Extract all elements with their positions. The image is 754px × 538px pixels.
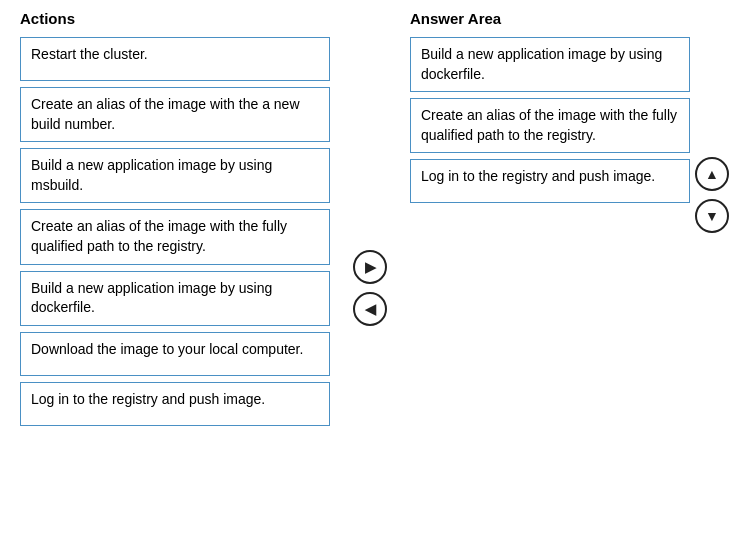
actions-list: Restart the cluster.Create an alias of t… <box>20 37 330 426</box>
answer-item[interactable]: Build a new application image by using d… <box>410 37 690 92</box>
action-item[interactable]: Create an alias of the image with the fu… <box>20 209 330 264</box>
answer-list: Build a new application image by using d… <box>410 37 690 209</box>
answer-item[interactable]: Log in to the registry and push image. <box>410 159 690 203</box>
action-item[interactable]: Log in to the registry and push image. <box>20 382 330 426</box>
answer-header: Answer Area <box>410 10 734 27</box>
middle-controls <box>330 10 410 326</box>
actions-header: Actions <box>20 10 330 27</box>
action-item[interactable]: Create an alias of the image with the a … <box>20 87 330 142</box>
answer-column: Answer Area Build a new application imag… <box>410 10 734 233</box>
move-left-button[interactable] <box>353 292 387 326</box>
answer-item[interactable]: Create an alias of the image with the fu… <box>410 98 690 153</box>
action-item[interactable]: Build a new application image by using d… <box>20 271 330 326</box>
action-item[interactable]: Build a new application image by using m… <box>20 148 330 203</box>
move-right-button[interactable] <box>353 250 387 284</box>
action-item[interactable]: Download the image to your local compute… <box>20 332 330 376</box>
move-down-button[interactable] <box>695 199 729 233</box>
order-controls <box>690 37 734 233</box>
actions-column: Actions Restart the cluster.Create an al… <box>20 10 330 432</box>
move-up-button[interactable] <box>695 157 729 191</box>
action-item[interactable]: Restart the cluster. <box>20 37 330 81</box>
